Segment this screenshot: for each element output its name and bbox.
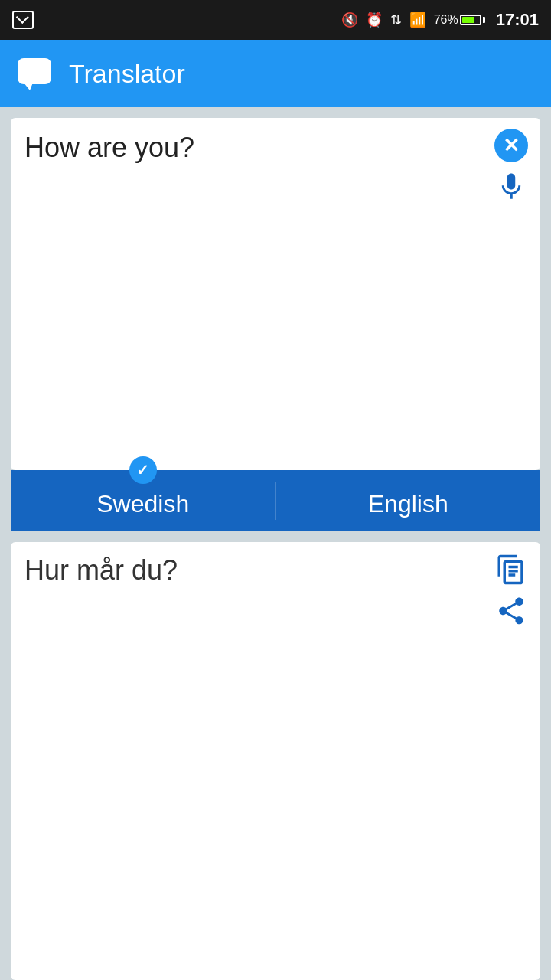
input-panel: How are you? ✕ [11, 118, 540, 470]
copy-button[interactable] [494, 553, 528, 586]
chat-bubble-icon [18, 58, 53, 89]
status-bar: 🔇 ⏰ ⇅ 📶 76% 17:01 [0, 0, 551, 40]
sync-icon: ⇅ [390, 11, 402, 28]
share-icon [495, 595, 527, 627]
battery-tip [483, 17, 485, 23]
copy-icon [495, 554, 527, 586]
clear-button[interactable]: ✕ [494, 129, 528, 162]
microphone-icon [495, 171, 527, 203]
battery-percent: 76% [434, 13, 458, 27]
active-language-indicator: ✓ [129, 456, 157, 484]
input-text: How are you? [24, 132, 194, 163]
english-label: English [368, 490, 448, 518]
share-button[interactable] [494, 594, 528, 628]
app-icon [15, 54, 55, 93]
status-time: 17:01 [496, 10, 539, 30]
language-bar: ✓ Swedish English [11, 470, 540, 531]
mute-icon: 🔇 [341, 11, 358, 28]
battery-fill [462, 17, 475, 23]
status-left-icons [12, 11, 34, 29]
signal-icon: 📶 [409, 11, 426, 28]
english-language-button[interactable]: English [276, 470, 541, 531]
battery-body [460, 15, 481, 25]
output-panel: Hur mår du? [11, 542, 540, 980]
swedish-language-button[interactable]: ✓ Swedish [11, 470, 276, 531]
gallery-icon [12, 11, 34, 29]
bubble-shape [18, 58, 51, 84]
app-bar: Translator [0, 40, 551, 107]
battery-indicator: 76% [434, 13, 485, 27]
app-title: Translator [69, 59, 185, 89]
output-text: Hur mår du? [24, 554, 178, 586]
main-content: How are you? ✕ ✓ Swedish English Hur mår… [0, 107, 551, 980]
alarm-icon: ⏰ [366, 11, 383, 28]
close-icon: ✕ [503, 136, 520, 155]
checkmark-icon: ✓ [136, 461, 149, 479]
swedish-label: Swedish [96, 490, 189, 518]
mic-button[interactable] [494, 170, 528, 204]
